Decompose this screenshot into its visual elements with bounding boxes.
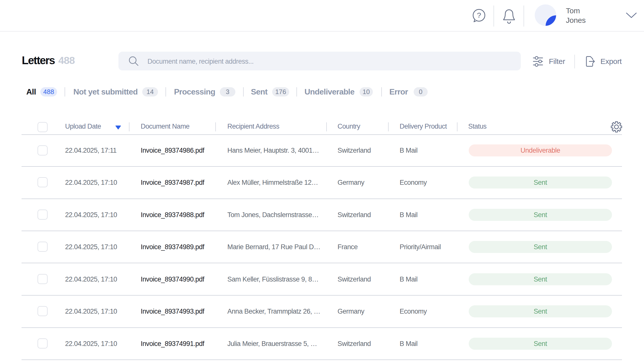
svg-text:?: ? bbox=[477, 11, 481, 19]
